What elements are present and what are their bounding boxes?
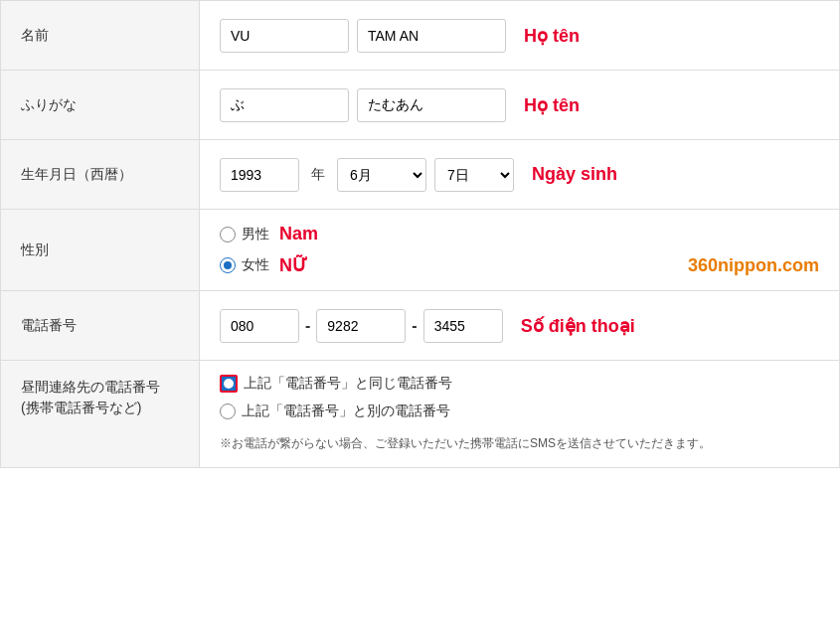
furigana-first-input[interactable] (220, 88, 349, 122)
daytime-different-option[interactable]: 上記「電話番号」と別の電話番号 (220, 402, 450, 420)
gender-male-option[interactable]: 男性 Nam (220, 224, 318, 244)
phone-inputs: - - (220, 309, 503, 343)
male-label: 男性 (242, 226, 269, 243)
phone-part2-input[interactable] (316, 309, 406, 343)
phone-label: 電話番号 (1, 291, 200, 360)
daytime-same-label: 上記「電話番号」と同じ電話番号 (244, 375, 452, 393)
birthdate-label: 生年月日（西暦） (1, 140, 200, 209)
first-name-input[interactable] (220, 19, 349, 53)
furigana-annotation: Họ tên (524, 94, 580, 116)
phone-part3-input[interactable] (423, 309, 503, 343)
daytime-content: 上記「電話番号」と同じ電話番号 上記「電話番号」と別の電話番号 ※お電話が繋がら… (200, 361, 839, 467)
birthdate-row: 生年月日（西暦） 年 1月2月3月4月5月 6月7月8月9月 10月11月12月… (1, 140, 839, 210)
daytime-different-radio[interactable] (220, 403, 236, 419)
daytime-label: 昼間連絡先の電話番号 (携帯電話番号など) (1, 361, 200, 467)
name-label: 名前 (1, 1, 200, 70)
phone-dash-2: - (412, 317, 417, 335)
name-content: Họ tên (200, 1, 839, 70)
birth-year-input[interactable] (220, 158, 299, 192)
gender-row: 性別 男性 Nam 女性 NỮ 360nippon.com (1, 210, 839, 291)
phone-annotation: Số điện thoại (521, 315, 635, 337)
name-row: 名前 Họ tên (1, 1, 839, 71)
gender-content: 男性 Nam 女性 NỮ 360nippon.com (200, 210, 839, 290)
female-label: 女性 (242, 256, 269, 274)
phone-part1-input[interactable] (220, 309, 299, 343)
phone-content: - - Số điện thoại (200, 291, 839, 360)
birthdate-content: 年 1月2月3月4月5月 6月7月8月9月 10月11月12月 1日2日3日4日… (200, 140, 839, 209)
gender-label: 性別 (1, 210, 200, 290)
year-label: 年 (311, 166, 325, 184)
daytime-different-label: 上記「電話番号」と別の電話番号 (242, 402, 450, 420)
daytime-row: 昼間連絡先の電話番号 (携帯電話番号など) 上記「電話番号」と同じ電話番号 上記… (1, 361, 839, 467)
female-radio[interactable] (220, 257, 236, 273)
gender-female-option[interactable]: 女性 NỮ (220, 254, 307, 276)
name-annotation: Họ tên (524, 25, 580, 47)
daytime-same-option[interactable]: 上記「電話番号」と同じ電話番号 (220, 375, 452, 393)
birth-month-select[interactable]: 1月2月3月4月5月 6月7月8月9月 10月11月12月 (337, 158, 426, 192)
daytime-note: ※お電話が繋がらない場合、ご登録いただいた携帯電話にSMSを送信させていただきま… (220, 434, 711, 453)
furigana-last-input[interactable] (357, 88, 506, 122)
phone-dash-1: - (305, 317, 310, 335)
furigana-row: ふりがな Họ tên (1, 71, 839, 140)
furigana-label: ふりがな (1, 71, 200, 139)
male-radio[interactable] (220, 227, 236, 242)
birthdate-annotation: Ngày sinh (532, 164, 617, 185)
phone-row: 電話番号 - - Số điện thoại (1, 291, 839, 361)
male-annotation: Nam (279, 224, 318, 244)
registration-form: 名前 Họ tên ふりがな Họ tên 生年月日（西暦） 年 1月2月3月4… (0, 0, 840, 468)
site-watermark: 360nippon.com (688, 255, 819, 276)
birth-day-select[interactable]: 1日2日3日4日5日 6日7日8日9日 10日11日12日13日 14日15日1… (434, 158, 514, 192)
last-name-input[interactable] (357, 19, 506, 53)
daytime-same-checkbox[interactable] (220, 375, 238, 393)
furigana-content: Họ tên (200, 71, 839, 139)
female-annotation: NỮ (279, 254, 307, 276)
